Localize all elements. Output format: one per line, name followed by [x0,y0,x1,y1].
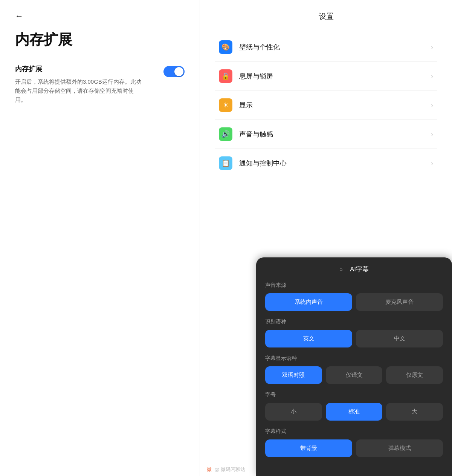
lockscreen-icon: 🔒 [219,69,232,83]
font-small[interactable]: 小 [265,403,322,421]
notification-label: 通知与控制中心 [239,159,431,168]
memory-expand-text: 内存扩展 开启后，系统将提供额外的3.00GB运行内存。此功能会占用部分存储空间… [15,64,156,104]
section-desc: 开启后，系统将提供额外的3.00GB运行内存。此功能会占用部分存储空间，请在存储… [15,77,143,104]
font-size-label: 字号 [265,392,443,398]
lockscreen-label: 息屏与锁屏 [239,72,431,81]
watermark-icon: 微 [207,467,212,472]
display-icon: ☀ [219,98,232,112]
sound-source-label: 声音来源 [265,282,443,289]
watermark: 微 @ 微码闲聊站 [207,466,245,473]
settings-item-sound[interactable]: 🔊 声音与触感 › [215,120,437,149]
memory-toggle[interactable] [163,66,185,77]
style-danmaku[interactable]: 弹幕模式 [356,439,443,457]
display-translated[interactable]: 仅译文 [326,366,383,384]
display-lang-group: 双语对照 仅译文 仅原文 [265,366,443,384]
display-original[interactable]: 仅原文 [386,366,443,384]
card-title: AI字幕 [350,265,369,274]
subtitle-style-label: 字幕样式 [265,428,443,435]
subtitle-style-group: 带背景 弹幕模式 [265,439,443,457]
wallpaper-label: 壁纸与个性化 [239,43,431,52]
ai-subtitle-card: ⌂ AI字幕 声音来源 系统内声音 麦克风声音 识别语种 英文 中文 字幕显示语… [256,257,452,476]
settings-item-display[interactable]: ☀ 显示 › [215,91,437,120]
sound-icon: 🔊 [219,127,232,141]
display-bilingual[interactable]: 双语对照 [265,366,322,384]
watermark-text: @ [214,467,219,472]
back-button[interactable]: ← [15,11,23,21]
settings-item-wallpaper[interactable]: 🎨 壁纸与个性化 › [215,33,437,62]
sound-label: 声音与触感 [239,130,431,139]
display-label: 显示 [239,101,431,110]
settings-item-notification[interactable]: 📋 通知与控制中心 › [215,149,437,178]
style-background[interactable]: 带背景 [265,439,352,457]
lang-english[interactable]: 英文 [265,330,352,347]
font-large[interactable]: 大 [386,403,443,421]
settings-title: 设置 [215,11,437,21]
chevron-icon: › [431,43,433,51]
chevron-icon-2: › [431,72,433,80]
chevron-icon-5: › [431,159,433,167]
ai-home-icon: ⌂ [339,266,347,273]
chevron-icon-3: › [431,101,433,109]
sound-source-system[interactable]: 系统内声音 [265,293,352,311]
notification-icon: 📋 [219,156,232,170]
language-group: 英文 中文 [265,330,443,347]
card-header: ⌂ AI字幕 [265,265,443,274]
wallpaper-icon: 🎨 [219,40,232,54]
settings-item-lockscreen[interactable]: 🔒 息屏与锁屏 › [215,62,437,91]
language-label: 识别语种 [265,318,443,325]
watermark-site: 微码闲聊站 [221,467,245,472]
font-medium[interactable]: 标准 [326,403,383,421]
page-title: 内存扩展 [15,30,185,49]
left-panel: ← 内存扩展 内存扩展 开启后，系统将提供额外的3.00GB运行内存。此功能会占… [0,0,200,476]
memory-expand-section: 内存扩展 开启后，系统将提供额外的3.00GB运行内存。此功能会占用部分存储空间… [15,64,185,104]
chevron-icon-4: › [431,130,433,138]
sound-source-group: 系统内声音 麦克风声音 [265,293,443,311]
sound-source-mic[interactable]: 麦克风声音 [356,293,443,311]
section-title: 内存扩展 [15,64,156,73]
display-lang-label: 字幕显示语种 [265,355,443,362]
font-size-group: 小 标准 大 [265,403,443,421]
lang-chinese[interactable]: 中文 [356,330,443,347]
